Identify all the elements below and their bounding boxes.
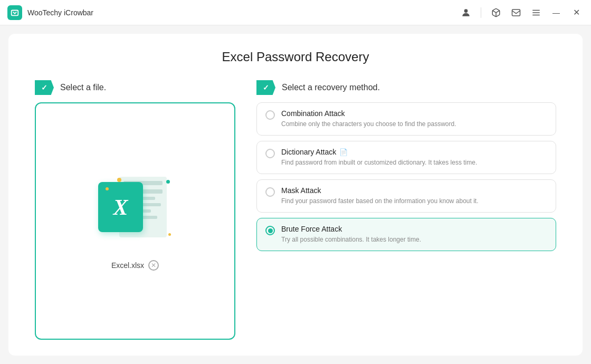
svg-point-1 bbox=[464, 9, 468, 13]
left-column: ✓ Select a file. X bbox=[35, 80, 235, 340]
main-content: Excel Password Recovery ✓ Select a file. bbox=[8, 34, 583, 356]
radio-mask[interactable] bbox=[265, 187, 275, 197]
excel-illustration: X bbox=[98, 171, 172, 251]
dot-2 bbox=[106, 187, 109, 190]
check-badge-left: ✓ bbox=[35, 80, 54, 95]
check-badge-right: ✓ bbox=[256, 80, 275, 95]
method-desc-mask: Find your password faster based on the i… bbox=[281, 196, 479, 206]
svg-rect-0 bbox=[12, 10, 18, 15]
method-name-dictionary: Dictionary Attack 📄 bbox=[281, 148, 477, 156]
two-column-layout: ✓ Select a file. X bbox=[35, 80, 556, 340]
method-desc-brute: Try all possible combinations. It takes … bbox=[281, 235, 421, 244]
box-icon[interactable] bbox=[489, 5, 503, 20]
file-name-row: Excel.xlsx ✕ bbox=[111, 260, 159, 271]
file-drop-area[interactable]: X Excel.xlsx ✕ bbox=[35, 102, 235, 340]
title-bar: WooTechy iCrowbar — ✕ bbox=[0, 0, 591, 25]
excel-x-letter: X bbox=[113, 196, 128, 218]
file-name: Excel.xlsx bbox=[111, 261, 144, 270]
menu-icon[interactable] bbox=[529, 5, 544, 20]
app-logo bbox=[7, 5, 22, 20]
method-name-mask: Mask Attack bbox=[281, 186, 479, 195]
dot-3 bbox=[166, 180, 170, 184]
radio-brute[interactable] bbox=[265, 226, 275, 235]
left-section-header: ✓ Select a file. bbox=[35, 80, 235, 95]
right-column: ✓ Select a recovery method. Combination … bbox=[256, 80, 556, 340]
method-desc-combination: Combine only the characters you choose t… bbox=[281, 119, 456, 129]
profile-icon[interactable] bbox=[459, 5, 473, 20]
method-info-dictionary: Dictionary Attack 📄 Find password from i… bbox=[281, 148, 477, 167]
svg-rect-3 bbox=[512, 9, 520, 16]
excel-icon: X bbox=[98, 182, 143, 232]
method-list: Combination Attack Combine only the char… bbox=[256, 102, 556, 340]
dot-1 bbox=[117, 178, 121, 182]
method-name-brute: Brute Force Attack bbox=[281, 225, 421, 233]
method-card-dictionary[interactable]: Dictionary Attack 📄 Find password from i… bbox=[256, 141, 556, 174]
right-section-header: ✓ Select a recovery method. bbox=[256, 80, 556, 95]
method-name-combination: Combination Attack bbox=[281, 109, 456, 118]
close-button[interactable]: ✕ bbox=[569, 5, 584, 20]
separator bbox=[481, 7, 481, 18]
method-info-mask: Mask Attack Find your password faster ba… bbox=[281, 186, 479, 206]
radio-combination[interactable] bbox=[265, 110, 275, 120]
method-card-brute[interactable]: Brute Force Attack Try all possible comb… bbox=[256, 218, 556, 251]
page-title: Excel Password Recovery bbox=[35, 50, 556, 64]
method-info-brute: Brute Force Attack Try all possible comb… bbox=[281, 225, 421, 244]
method-desc-dictionary: Find password from inbuilt or customized… bbox=[281, 158, 477, 167]
method-info-combination: Combination Attack Combine only the char… bbox=[281, 109, 456, 129]
dictionary-icon: 📄 bbox=[339, 148, 348, 156]
method-card-mask[interactable]: Mask Attack Find your password faster ba… bbox=[256, 179, 556, 213]
method-card-combination[interactable]: Combination Attack Combine only the char… bbox=[256, 102, 556, 136]
select-file-label: Select a file. bbox=[60, 83, 106, 92]
remove-file-button[interactable]: ✕ bbox=[148, 260, 159, 271]
window-controls: — ✕ bbox=[459, 5, 584, 20]
minimize-button[interactable]: — bbox=[549, 5, 564, 20]
radio-dictionary[interactable] bbox=[265, 149, 275, 158]
app-name: WooTechy iCrowbar bbox=[27, 8, 459, 17]
mail-icon[interactable] bbox=[509, 5, 523, 20]
select-method-label: Select a recovery method. bbox=[282, 83, 380, 92]
dot-4 bbox=[168, 233, 171, 236]
